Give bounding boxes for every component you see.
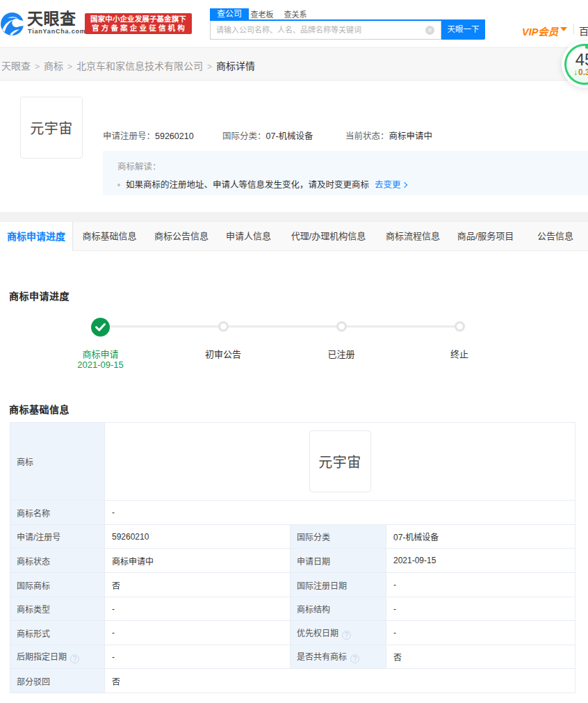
badge-line1: 国家中小企业发展子基金旗下 [85,15,192,24]
breadcrumb-trademark[interactable]: 商标 [44,60,63,72]
interpret-box: 商标解读： 如果商标的注册地址、申请人等信息发生变化，请及时变更商标去变更 [103,151,588,195]
step1-date: 2021-09-15 [45,359,156,370]
row8-value2: 否 [386,645,575,669]
logo-subtext: TianYanCha.com [28,29,86,35]
row9-value: 否 [105,669,575,693]
top-right-partial-text[interactable]: 百度 [579,24,588,38]
basic-info-table: 商标 元宇宙 商标名称 - 申请/注册号 59260210 国际分类 07-机械… [10,422,575,693]
row8-label1: 后期指定日期? [10,645,105,669]
trademark-image: 元宇宙 [20,97,83,159]
basic-section-title: 商标基础信息 [9,402,70,416]
search-input-box: × [210,21,441,40]
status-label: 当前状态： [345,131,389,141]
clear-icon[interactable]: × [425,26,434,35]
row7-value1: - [105,621,291,645]
check-icon [91,318,110,337]
breadcrumb-home[interactable]: 天眼查 [1,60,31,72]
row9-label: 部分驳回 [10,669,105,693]
change-link[interactable]: 去变更 [375,180,401,190]
detail-nav-bar: 商标申请进度 商标基础信息 商标公告信息 申请人信息 代理/办理机构信息 商标流… [0,221,588,251]
search-tab-boss[interactable]: 查老板 [248,10,276,19]
breadcrumb: 天眼查>商标>北京车和家信息技术有限公司>商标详情 [1,58,255,72]
step2-circle [218,321,229,332]
interpret-row: 如果商标的注册地址、申请人等信息发生变化，请及时变更商标去变更 [117,177,407,191]
row5-label2: 国际注册日期 [291,573,386,597]
search-tab-relation[interactable]: 查关系 [281,10,309,19]
step1-label: 商标申请 [45,347,156,360]
row5-value2: - [386,573,575,597]
table-row: 国际商标 否 国际注册日期 - [10,573,575,597]
interpret-tip: 如果商标的注册地址、申请人等信息发生变化，请及时变更商标 [126,180,369,190]
breadcrumb-separator: > [35,62,40,72]
search-button[interactable]: 天眼一下 [441,19,485,40]
step2-label: 初审公告 [168,347,279,360]
row4-value2: 2021-09-15 [386,549,575,573]
row3-value2: 07-机械设备 [386,525,575,549]
table-row: 申请/注册号 59260210 国际分类 07-机械设备 [10,525,575,549]
row6-value1: - [105,597,291,621]
vip-caret-icon [560,27,567,31]
status-item: 当前状态：商标申请中 [345,129,432,142]
section-gap [0,212,588,221]
score-ring: 45 ↓0.3 [564,44,588,85]
search-tab-company[interactable]: 查公司 [210,8,249,19]
row6-value2: - [386,597,575,621]
table-row: 商标类型 - 商标结构 - [10,597,575,621]
row3-label2: 国际分类 [291,525,386,549]
row8-label2-text: 是否共有商标 [297,652,347,662]
class-item: 国际分类：07-机械设备 [222,129,313,142]
row7-label1: 商标形式 [10,621,105,645]
nav-tab-announcement[interactable]: 公告信息 [500,222,588,251]
table-row: 部分驳回 否 [10,669,575,693]
row5-label1: 国际商标 [10,573,105,597]
table-row: 商标 元宇宙 [10,423,575,501]
step1-circle-done [91,318,110,337]
score-delta-value: 0.3 [578,67,588,77]
vip-link[interactable]: VIP会员 [522,24,558,38]
badge-line2: 官方备案企业征信机构 [87,24,192,33]
official-badge: 国家中小企业发展子基金旗下 官方备案企业征信机构 [85,13,192,34]
row2-label: 商标名称 [10,501,105,525]
progress-section-title: 商标申请进度 [9,289,70,302]
table-row: 商标形式 - 优先权日期? - [10,621,575,645]
step4-label: 终止 [404,347,515,360]
row4-value1: 商标申请中 [105,549,291,573]
tianyancha-logo-icon[interactable] [1,13,24,35]
header: 天眼查 TianYanCha.com 国家中小企业发展子基金旗下 官方备案企业征… [0,0,588,47]
breadcrumb-separator: > [67,62,72,72]
row5-value1: 否 [105,573,291,597]
nav-tab-basic-info[interactable]: 商标基础信息 [68,222,152,251]
table-row: 商标状态 商标申请中 申请日期 2021-09-15 [10,549,575,573]
breadcrumb-current: 商标详情 [216,60,255,72]
breadcrumb-company[interactable]: 北京车和家信息技术有限公司 [76,60,203,72]
score-delta: ↓0.3 [573,67,588,77]
row8-label2: 是否共有商标? [291,645,386,669]
score-notch [585,44,588,49]
logo-text[interactable]: 天眼查 [27,10,76,27]
row3-value1: 59260210 [105,525,291,549]
down-arrow-icon: ↓ [573,67,578,77]
trademark-image-table-text: 元宇宙 [318,451,361,471]
help-icon[interactable]: ? [70,654,79,663]
row2-value: - [105,501,575,525]
reg-no-label: 申请注册号： [103,131,155,141]
help-icon[interactable]: ? [342,631,351,640]
row6-label2: 商标结构 [291,597,386,621]
stepper-line [101,325,459,328]
row3-label1: 申请/注册号 [10,525,105,549]
page: 天眼查 TianYanCha.com 国家中小企业发展子基金旗下 官方备案企业征… [0,0,588,703]
row6-label1: 商标类型 [10,597,105,621]
row7-value2: - [386,621,575,645]
chevron-right-icon [401,182,407,188]
bullet-dot-icon [117,184,120,186]
row4-label2: 申请日期 [291,549,386,573]
nav-tab-progress[interactable]: 商标申请进度 [0,222,73,251]
trademark-image-table: 元宇宙 [309,430,371,492]
search-input[interactable] [216,21,418,38]
breadcrumb-band: 天眼查>商标>北京车和家信息技术有限公司>商标详情 [0,47,588,81]
reg-no-item: 申请注册号：59260210 [103,129,194,142]
step4-circle [455,321,465,332]
table-row: 后期指定日期? - 是否共有商标? 否 [10,645,575,669]
class-value: 07-机械设备 [266,131,313,141]
help-icon[interactable]: ? [350,654,359,663]
